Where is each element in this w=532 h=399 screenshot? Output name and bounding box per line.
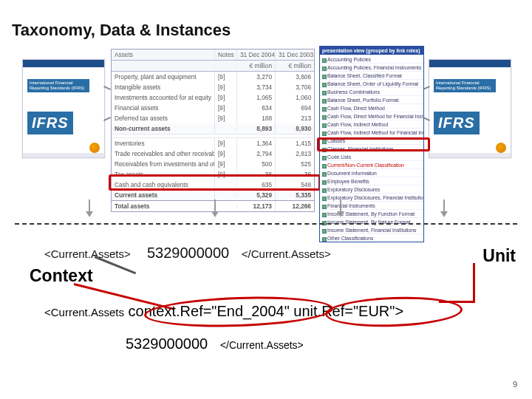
close-tag: </Current.Assets> [242,248,331,260]
cover-footbar [429,153,511,157]
unit-label: Unit [482,246,516,266]
table-row: Deferred tax assets[9]188213 [112,113,314,123]
unit-2004: € million [237,61,276,71]
context-label: Context [30,266,93,286]
page-number: 9 [513,380,517,389]
panel-item: Other Classifications [320,233,423,242]
col-notes: Notes [215,50,237,60]
panel-item: Balance Sheet, Order of Liquidity Format [320,79,423,87]
panel-item: Cash Flow, Direct Method for Financial I… [320,112,423,120]
panel-item: Cash Flow, Indirect Method for Financial… [320,128,423,136]
unit-2003: € million [276,61,314,71]
cover-band [23,60,104,67]
table-row: Non-current assets8,8938,930 [112,123,314,134]
arrow-down-icon [443,200,445,216]
cover-brand: IFRS [27,112,73,134]
cover-band [429,60,511,67]
panel-item: Classes [320,136,423,144]
slide-title: Taxonomy, Data & Instances [12,21,231,40]
panel-item: Code Lists [320,152,423,160]
value-2: 5329000000 [126,335,208,352]
panel-item: Income Statement, By Function Format [320,209,423,217]
table-row: Current assets5,3295,335 [112,190,314,200]
iasb-logo-icon [89,143,100,153]
table-row: Financial assets[9]634694 [112,103,314,113]
cover-strap: International Financial Reporting Standa… [27,79,89,92]
arrow-down-icon [89,200,90,216]
table-row: Total assets12,17312,266 [112,200,314,211]
panel-item: Classes, Financial Institutions [320,144,423,152]
cover-brand: IFRS [434,112,480,134]
panel-item: Employee Benefits [320,177,423,185]
balance-sheet-table: Assets Notes 31 Dec 2004 31 Dec 2003 € m… [111,49,315,212]
panel-item: Document Information [320,168,423,177]
connector-unit [439,301,475,303]
panel-item: Exploratory Disclosures [320,185,423,193]
value: 5329000000 [147,245,229,261]
ifrs-cover-left: International Financial Reporting Standa… [22,59,105,158]
table-units-row: € million € million [112,61,314,72]
context-ref: context.Ref="End_2004" [129,303,290,319]
code-line-2: <Current.Assets context.Ref="End_2004" u… [44,303,403,320]
cover-strap: International Financial Reporting Standa… [434,79,496,92]
arrow-down-icon [214,200,216,216]
table-row: Receivables from investments and other a… [112,159,314,169]
table-row: Property, plant and equipment[9]3,2703,8… [112,72,314,82]
connector-unit [473,263,475,303]
code-line-3: 5329000000 </Current.Assets> [126,335,304,352]
table-row: Investments accounted for at equity[9]1,… [112,92,314,103]
panel-header: presentation view (grouped by link roles… [320,47,423,55]
cover-footbar [23,153,104,157]
table-row: Trade receivables and other receivables[… [112,149,314,159]
panel-item: Income Statement, Financial Institutions [320,225,423,233]
panel-item: Cash Flow, Direct Method [320,103,423,112]
unit-ref: unit.Ref="EUR"> [293,303,403,319]
panel-item: Accounting Policies [320,55,423,63]
ifrs-cover-right: International Financial Reporting Standa… [429,59,511,158]
iasb-logo-icon [496,143,506,153]
table-row: Inventories[9]1,3641,415 [112,138,314,149]
panel-item: Accounting Policies, Financial Instrumen… [320,63,423,71]
panel-item: Balance Sheet, Portfolio Format [320,95,423,103]
col-2004: 31 Dec 2004 [237,50,276,60]
table-row: Cash and cash equivalents635546 [112,180,314,190]
close-tag-2: </Current.Assets> [220,339,304,351]
divider-dashed [15,223,517,225]
panel-item: Cash Flow, Indirect Method [320,120,423,128]
table-row: Tax assets[9]3636 [112,169,314,180]
panel-item: Exploratory Disclosures, Financial Insti… [320,193,423,201]
col-assets: Assets [112,50,215,60]
code-example: <Current.Assets> 5329000000 </Current.As… [44,243,517,263]
open-tag: <Current.Assets> [44,248,131,260]
table-header: Assets Notes 31 Dec 2004 31 Dec 2003 [112,50,314,61]
open-tag-2: <Current.Assets [44,306,124,318]
col-2003: 31 Dec 2003 [276,50,314,60]
presentation-view-panel: presentation view (grouped by link roles… [319,46,424,242]
arrow-down-icon [340,200,341,216]
panel-item: Financial Instruments [320,201,423,209]
panel-item: Business Combinations [320,87,423,95]
panel-item: Balance Sheet, Classified Format [320,71,423,79]
table-row: Intangible assets[9]3,7343,706 [112,82,314,92]
panel-item: Current/Non-Current Classification [320,160,423,168]
